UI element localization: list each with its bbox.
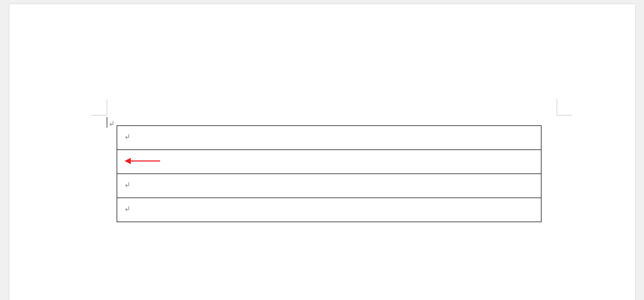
table-cell[interactable] xyxy=(117,150,541,174)
margin-guide-top-right-vertical xyxy=(557,99,557,115)
margin-guide-top-left-vertical xyxy=(107,99,107,115)
table-cell[interactable] xyxy=(117,126,541,150)
table-row[interactable] xyxy=(117,126,541,150)
table-cell[interactable] xyxy=(117,174,541,198)
document-page[interactable] xyxy=(9,4,635,300)
table-row[interactable] xyxy=(117,150,541,174)
paragraph-return-icon xyxy=(108,120,115,128)
arrow-left-icon xyxy=(123,156,161,166)
table-cell[interactable] xyxy=(117,198,541,222)
paragraph-return-icon xyxy=(123,181,131,189)
margin-guide-top-left-horizontal xyxy=(91,115,107,116)
margin-guide-top-right-horizontal xyxy=(557,115,572,116)
paragraph-return-icon xyxy=(123,133,131,141)
table-row[interactable] xyxy=(117,198,541,222)
table-row[interactable] xyxy=(117,174,541,198)
paragraph-return-icon xyxy=(123,205,131,213)
text-cursor xyxy=(107,117,107,128)
svg-marker-1 xyxy=(125,158,131,164)
document-table[interactable] xyxy=(117,125,541,222)
